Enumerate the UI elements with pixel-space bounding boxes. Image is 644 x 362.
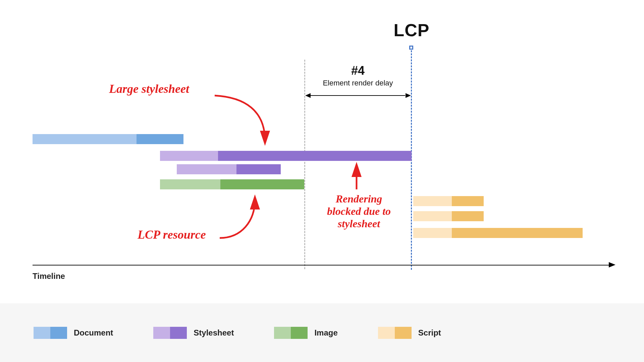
bar-stylesheet-large-light (160, 151, 218, 161)
annot-lcp-resource: LCP resource (138, 228, 206, 242)
annot-large-stylesheet: Large stylesheet (109, 82, 189, 96)
legend-item-image: Image (274, 327, 337, 339)
bar-script-1 (413, 196, 484, 206)
legend-label-document: Document (74, 328, 113, 338)
bar-lcp-image-light (160, 179, 220, 189)
timeline-axis (33, 265, 609, 265)
bar-document (33, 134, 183, 144)
bar-lcp-image-dark (220, 179, 304, 189)
legend-label-script: Script (418, 328, 441, 338)
bar-stylesheet-large-dark (218, 151, 412, 161)
bar-script-2-dark (452, 211, 484, 221)
legend-swatch-image (274, 327, 308, 339)
legend-item-document: Document (34, 327, 113, 339)
legend-swatch-stylesheet (153, 327, 187, 339)
annot-blocked-line2: blocked due to (327, 205, 391, 217)
legend: Document Stylesheet Image Script (0, 303, 644, 362)
bar-script-1-dark (452, 196, 484, 206)
legend-item-stylesheet: Stylesheet (153, 327, 234, 339)
annot-rendering-blocked: Rendering blocked due to stylesheet (315, 193, 402, 230)
bar-script-2 (413, 211, 484, 221)
bar-script-2-light (413, 211, 452, 221)
legend-swatch-document (34, 327, 67, 339)
bar-stylesheet-large (160, 151, 412, 161)
timeline-axis-arrowhead (609, 262, 615, 267)
annot-blocked-line3: stylesheet (338, 218, 380, 230)
bar-document-dark (137, 134, 183, 144)
bar-document-light (33, 134, 137, 144)
bar-script-3 (413, 228, 583, 238)
legend-label-image: Image (314, 328, 337, 338)
legend-item-script: Script (378, 327, 441, 339)
bar-script-1-light (413, 196, 452, 206)
bar-stylesheet-2 (177, 164, 281, 174)
bar-script-3-dark (452, 228, 583, 238)
bar-script-3-light (413, 228, 452, 238)
bar-stylesheet-2-dark (236, 164, 281, 174)
bar-lcp-image (160, 179, 304, 189)
timeline-axis-label: Timeline (33, 272, 65, 281)
annot-blocked-line1: Rendering (336, 193, 382, 205)
legend-swatch-script (378, 327, 412, 339)
bar-stylesheet-2-light (177, 164, 236, 174)
legend-label-stylesheet: Stylesheet (194, 328, 234, 338)
